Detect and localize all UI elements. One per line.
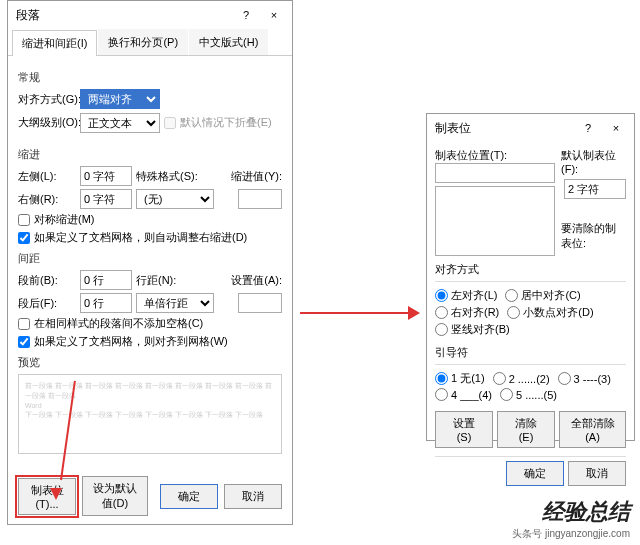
watermark: 经验总结 头条号 jingyanzongjie.com (512, 497, 630, 541)
close-button[interactable]: × (260, 4, 288, 26)
indent-value-label: 缩进值(Y): (231, 169, 282, 184)
outline-select[interactable]: 正文文本 (80, 113, 160, 133)
leader-4-radio[interactable]: 4 ___(4) (435, 388, 492, 401)
indent-value-input[interactable] (238, 189, 282, 209)
titlebar: 段落 ? × (8, 1, 292, 29)
tabstop-listbox[interactable] (435, 186, 555, 256)
ok-button[interactable]: 确定 (160, 484, 218, 509)
indent-title: 缩进 (18, 147, 282, 162)
mirror-indent-checkbox[interactable]: 对称缩进(M) (18, 212, 282, 227)
snapgrid-checkbox[interactable]: 如果定义了文档网格，则对齐到网格(W) (18, 334, 282, 349)
titlebar: 制表位 ? × (427, 114, 634, 142)
default-button[interactable]: 设为默认值(D) (82, 476, 148, 516)
clear-button[interactable]: 清除(E) (497, 411, 555, 448)
close-button[interactable]: × (602, 117, 630, 139)
tab-indent-spacing[interactable]: 缩进和间距(I) (12, 30, 97, 56)
left-indent-input[interactable] (80, 166, 132, 186)
special-select[interactable]: (无) (136, 189, 214, 209)
leader-title: 引导符 (435, 345, 626, 360)
tabstop-dialog: 制表位 ? × 制表位位置(T): 默认制表位(F): 要清除的制表位: 对齐方… (426, 113, 635, 441)
help-button[interactable]: ? (574, 117, 602, 139)
align-bar-radio[interactable]: 竖线对齐(B) (435, 322, 510, 337)
after-input[interactable] (80, 293, 132, 313)
clearall-button[interactable]: 全部清除(A) (559, 411, 626, 448)
before-input[interactable] (80, 270, 132, 290)
nospace-checkbox[interactable]: 在相同样式的段落间不添加空格(C) (18, 316, 282, 331)
tab-asian[interactable]: 中文版式(H) (189, 29, 268, 55)
auto-grid-indent-checkbox[interactable]: 如果定义了文档网格，则自动调整右缩进(D) (18, 230, 282, 245)
spacing-title: 间距 (18, 251, 282, 266)
arrow-annotation (300, 310, 420, 316)
setval-label: 设置值(A): (231, 273, 282, 288)
help-button[interactable]: ? (232, 4, 260, 26)
default-tab-input[interactable] (564, 179, 626, 199)
pos-label: 制表位位置(T): (435, 148, 555, 163)
setval-input[interactable] (238, 293, 282, 313)
align-center-radio[interactable]: 居中对齐(C) (505, 288, 580, 303)
tabs: 缩进和间距(I) 换行和分页(P) 中文版式(H) (8, 29, 292, 56)
set-button[interactable]: 设置(S) (435, 411, 493, 448)
special-label: 特殊格式(S): (136, 169, 200, 184)
dialog-title: 制表位 (435, 120, 574, 137)
tabstop-pos-input[interactable] (435, 163, 555, 183)
collapse-checkbox[interactable]: 默认情况下折叠(E) (164, 115, 272, 130)
dialog-title: 段落 (16, 7, 232, 24)
right-indent-input[interactable] (80, 189, 132, 209)
leader-5-radio[interactable]: 5 ......(5) (500, 388, 557, 401)
default-tab-label: 默认制表位(F): (561, 148, 626, 175)
before-label: 段前(B): (18, 273, 76, 288)
cancel-button[interactable]: 取消 (224, 484, 282, 509)
align-radios: 左对齐(L) 居中对齐(C) 右对齐(R) 小数点对齐(D) 竖线对齐(B) (435, 286, 626, 339)
arrow-annotation-2 (40, 380, 70, 500)
leader-2-radio[interactable]: 2 ......(2) (493, 371, 550, 386)
align-left-radio[interactable]: 左对齐(L) (435, 288, 497, 303)
leader-radios: 1 无(1) 2 ......(2) 3 ----(3) 4 ___(4) 5 … (435, 369, 626, 403)
ok-button[interactable]: 确定 (506, 461, 564, 486)
clear-tab-label: 要清除的制表位: (561, 221, 626, 251)
linespace-label: 行距(N): (136, 273, 200, 288)
leader-3-radio[interactable]: 3 ----(3) (558, 371, 611, 386)
right-indent-label: 右侧(R): (18, 192, 76, 207)
cancel-button[interactable]: 取消 (568, 461, 626, 486)
outline-label: 大纲级别(O): (18, 115, 76, 130)
align-decimal-radio[interactable]: 小数点对齐(D) (507, 305, 593, 320)
align-right-radio[interactable]: 右对齐(R) (435, 305, 499, 320)
left-indent-label: 左侧(L): (18, 169, 76, 184)
align-title: 对齐方式 (435, 262, 626, 277)
leader-1-radio[interactable]: 1 无(1) (435, 371, 485, 386)
tab-line-page[interactable]: 换行和分页(P) (98, 29, 188, 55)
align-select[interactable]: 两端对齐 (80, 89, 160, 109)
linespace-select[interactable]: 单倍行距 (136, 293, 214, 313)
preview-title: 预览 (18, 355, 282, 370)
align-label: 对齐方式(G): (18, 92, 76, 107)
general-title: 常规 (18, 70, 282, 85)
after-label: 段后(F): (18, 296, 76, 311)
